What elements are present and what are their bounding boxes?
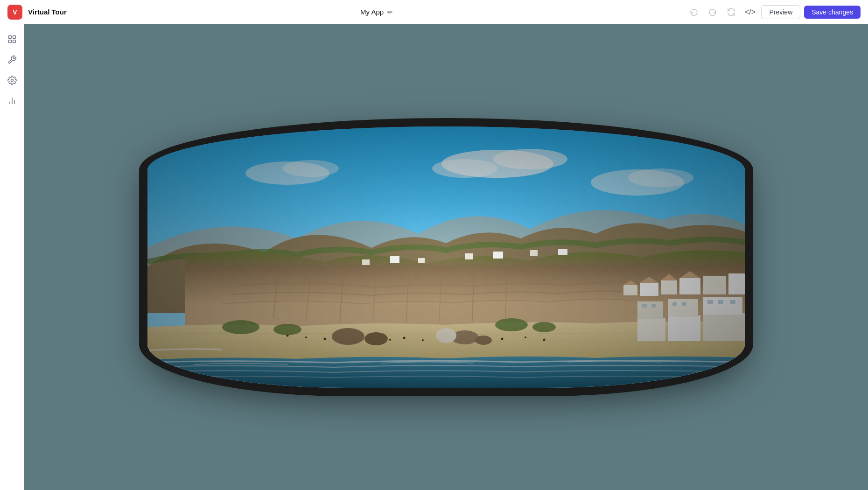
header: V Virtual Tour My App ✏ </> Preview Save…: [0, 0, 868, 24]
header-right: </> Preview Save changes: [686, 5, 861, 20]
panorama-container: [147, 126, 745, 388]
preview-button[interactable]: Preview: [761, 5, 800, 19]
svg-rect-2: [8, 40, 11, 43]
header-center: My App ✏: [360, 8, 393, 16]
save-changes-button[interactable]: Save changes: [804, 6, 861, 19]
svg-point-4: [11, 79, 13, 82]
undo-button[interactable]: [686, 5, 701, 20]
reset-button[interactable]: [724, 5, 739, 20]
app-logo: V: [7, 5, 22, 20]
panorama-frame: [147, 126, 745, 388]
panorama-image: [147, 126, 745, 388]
sidebar-item-analytics[interactable]: [3, 91, 21, 110]
edit-icon[interactable]: ✏: [387, 8, 393, 16]
main-canvas: [24, 24, 868, 490]
project-name: My App: [360, 8, 384, 16]
sidebar-item-settings[interactable]: [3, 71, 21, 90]
svg-rect-3: [13, 40, 15, 43]
svg-rect-0: [8, 36, 11, 39]
code-button[interactable]: </>: [742, 5, 757, 20]
app-title: Virtual Tour: [28, 8, 67, 16]
sidebar: [0, 24, 24, 490]
sidebar-item-dashboard[interactable]: [3, 30, 21, 49]
svg-rect-1: [13, 36, 15, 39]
sidebar-item-tools[interactable]: [3, 50, 21, 69]
svg-rect-70: [147, 126, 745, 388]
redo-button[interactable]: [705, 5, 720, 20]
header-left: V Virtual Tour: [7, 5, 67, 20]
